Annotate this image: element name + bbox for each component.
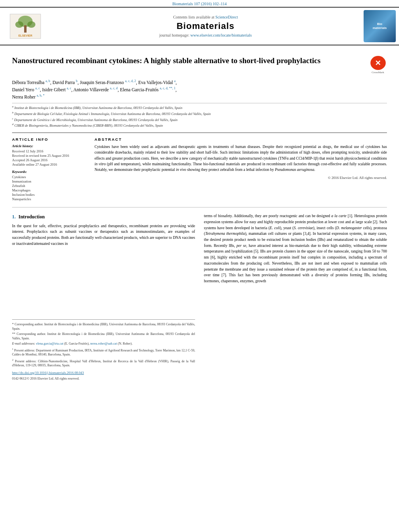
keywords-title: Keywords:	[12, 170, 86, 174]
affiliations-section: a Institut de Biotecnologia i de Biomedi…	[12, 103, 387, 128]
journal-name-display: Biomaterials	[51, 21, 360, 31]
section-name: Introduction	[19, 214, 45, 220]
article-info-column: ARTICLE INFO Article history: Received 1…	[12, 137, 86, 201]
homepage-line: journal homepage: www.elsevier.com/locat…	[51, 33, 360, 37]
intro-paragraph-1: In the quest for safe, effective, practi…	[12, 223, 195, 247]
section-divider	[12, 207, 387, 207]
affiliation-b: b Departament de Biologia Cel·lular, Fis…	[12, 111, 387, 117]
copyright-line: © 2016 Elsevier Ltd. All rights reserved…	[95, 176, 387, 180]
abstract-column: ABSTRACT Cytokines have been widely used…	[95, 137, 387, 201]
article-info-abstract-section: ARTICLE INFO Article history: Received 1…	[12, 132, 387, 201]
keyword-6: Nanoparticles	[12, 197, 86, 201]
intro-paragraph-2: terms of biosafety. Additionally, they a…	[204, 213, 387, 284]
keyword-4: Macrophages	[12, 188, 86, 192]
article-info-heading: ARTICLE INFO	[12, 137, 86, 142]
affiliation-d: d CIBER de Bioingeniería, Biomateriales …	[12, 123, 387, 128]
footnote-2: 2 Present address: Cibbim-Nanomedicine, …	[12, 358, 195, 368]
email-link-1[interactable]: elena.garcia@irta.cat	[36, 342, 64, 345]
authors-section: Débora Torrealba a, b, David Parra b, Jo…	[12, 79, 387, 101]
keyword-5: Inclusion bodies	[12, 193, 86, 197]
main-content: Nanostructured recombinant cytokines: A …	[0, 45, 399, 389]
abstract-text: Cytokines have been widely used as adjuv…	[95, 144, 387, 173]
journal-header: ELSEVIER Contents lists available at Sci…	[0, 7, 399, 45]
received-revised-date: Received in revised form 25 August 2016	[12, 154, 86, 158]
sciencedirect-line: Contents lists available at ScienceDirec…	[51, 15, 360, 19]
svg-rect-4	[24, 25, 27, 33]
elsevier-logo: ELSEVIER	[3, 13, 47, 39]
elsevier-tree-icon: ELSEVIER	[9, 13, 41, 39]
crossmark-label: CrossMark	[372, 71, 384, 74]
accepted-date: Accepted 26 August 2016	[12, 158, 86, 162]
email-link-2[interactable]: nerea.roher@uab.cat	[90, 342, 117, 345]
svg-point-2	[15, 21, 23, 28]
keyword-1: Cytokines	[12, 175, 86, 179]
article-history: Article history: Received 12 July 2016 R…	[12, 144, 86, 166]
homepage-link[interactable]: www.elsevier.com/locate/biomaterials	[190, 33, 252, 37]
footnotes-section: * Corresponding author. Institut de Biot…	[12, 319, 195, 382]
sciencedirect-link[interactable]: ScienceDirect	[215, 15, 238, 19]
footnote-1: 1 Present address: Department of Ruminan…	[12, 347, 195, 357]
doi-line: http://dx.doi.org/10.1016/j.biomaterials…	[12, 370, 195, 376]
journal-logo-image: Biomaterials	[364, 10, 396, 42]
svg-text:ELSEVIER: ELSEVIER	[19, 34, 33, 37]
crossmark-circle: ✕	[370, 56, 386, 70]
received-date: Received 12 July 2016	[12, 149, 86, 153]
intro-heading: 1. Introduction	[12, 213, 195, 221]
issn-line: 0142-9612/© 2016 Elsevier Ltd. All right…	[12, 376, 195, 381]
available-online-date: Available online 27 August 2016	[12, 162, 86, 166]
affiliation-c: c Departament de Genètica i de Microbiol…	[12, 117, 387, 123]
citation-bar: Biomaterials 107 (2016) 102–114	[0, 0, 399, 7]
history-title: Article history:	[12, 144, 86, 148]
body-right-column: terms of biosafety. Additionally, they a…	[204, 213, 387, 381]
article-title: Nanostructured recombinant cytokines: A …	[12, 56, 369, 66]
citation-text: Biomaterials 107 (2016) 102–114	[173, 2, 227, 6]
journal-center-info: Contents lists available at ScienceDirec…	[51, 15, 360, 37]
footnote-star2: ** Corresponding author. Institut de Bio…	[12, 332, 195, 341]
keyword-2: Immunization	[12, 179, 86, 183]
body-section: 1. Introduction In the quest for safe, e…	[12, 213, 387, 381]
footnote-star: * Corresponding author. Institut de Biot…	[12, 322, 195, 331]
doi-link[interactable]: http://dx.doi.org/10.1016/j.biomaterials…	[12, 371, 84, 375]
footnote-emails: E-mail addresses: elena.garcia@irta.cat …	[12, 341, 195, 346]
keyword-3: Zebrafish	[12, 184, 86, 188]
section-number: 1.	[12, 214, 16, 220]
crossmark-badge[interactable]: ✕ CrossMark	[369, 56, 387, 74]
body-left-column: 1. Introduction In the quest for safe, e…	[12, 213, 195, 381]
keywords-section: Keywords: Cytokines Immunization Zebrafi…	[12, 170, 86, 201]
affiliation-a: a Institut de Biotecnologia i de Biomedi…	[12, 105, 387, 111]
abstract-heading: ABSTRACT	[95, 137, 387, 142]
svg-point-3	[27, 21, 35, 28]
article-title-section: Nanostructured recombinant cytokines: A …	[12, 56, 387, 74]
